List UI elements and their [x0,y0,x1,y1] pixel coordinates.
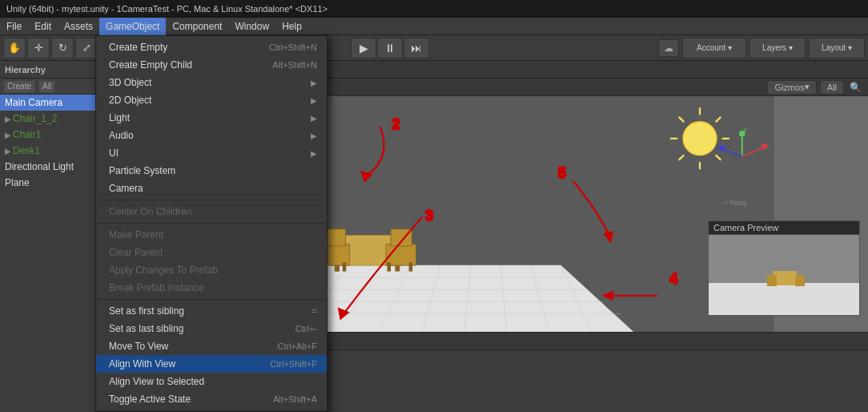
account-btn[interactable]: Account ▾ [682,38,746,59]
menu-move-to-view[interactable]: Move To View Ctrl+Alt+F [96,337,327,355]
menu-clear-parent[interactable]: Clear Parent [96,244,327,261]
cloud-button[interactable]: ☁ [658,39,679,57]
menu-break-prefab[interactable]: Break Prefab Instance [96,279,327,297]
svg-line-37 [679,156,683,160]
svg-text:3: 3 [425,208,433,224]
svg-rect-25 [386,244,416,265]
play-button[interactable]: ▶ [351,38,376,59]
gizmos-btn[interactable]: Gizmos ▾ [767,80,816,95]
svg-point-45 [719,145,725,151]
menu-particle-system[interactable]: Particle System [96,162,327,180]
svg-text:5: 5 [558,165,566,181]
svg-text:< Persp: < Persp [724,199,747,207]
scene-all-btn[interactable]: All [820,80,844,95]
hierarchy-item-plane[interactable]: Plane [0,175,104,191]
menu-camera[interactable]: Camera [96,180,327,197]
rotate-tool-btn[interactable]: ↻ [51,38,74,59]
svg-line-44 [724,149,742,156]
hierarchy-item-desk1[interactable]: ▶ Desk1 [0,143,104,159]
hierarchy-all-btn[interactable]: All [38,80,55,93]
camera-preview-title: Camera Preview [709,221,859,235]
camera-preview: Camera Preview [708,220,860,316]
svg-line-9 [500,265,507,332]
hierarchy-item-directional-light[interactable]: Directional Light [0,159,104,175]
svg-text:Y: Y [743,127,747,134]
svg-line-8 [464,265,471,332]
hierarchy-item-chair1[interactable]: ▶ Chair1 [0,127,104,143]
menu-3d-object[interactable]: 3D Object ▶ [96,74,327,91]
svg-text:2: 2 [392,116,400,132]
menu-apply-changes-prefab[interactable]: Apply Changes To Prefab [96,261,327,279]
svg-line-6 [380,265,410,332]
svg-marker-60 [709,283,859,315]
svg-rect-20 [335,260,340,272]
svg-line-10 [531,265,549,332]
svg-marker-52 [339,309,348,318]
svg-text:4: 4 [669,271,677,287]
menu-create-empty-child[interactable]: Create Empty Child Alt+Shift+N [96,56,327,74]
move-tool-btn[interactable]: ✛ [27,38,50,59]
svg-line-41 [742,147,763,156]
svg-rect-24 [343,262,347,271]
pause-button[interactable]: ⏸ [377,38,403,59]
menu-bar: File Edit Assets GameObject Component Wi… [0,18,868,35]
menu-help[interactable]: Help [275,18,308,35]
hierarchy-panel: Hierarchy Create All Main Camera ▶ Chair… [0,61,105,412]
svg-marker-50 [362,172,371,180]
menu-align-view-to-selected[interactable]: Align View to Selected [96,373,327,390]
playback-controls: ▶ ⏸ ⏭ [351,38,429,59]
svg-rect-27 [387,262,391,271]
hierarchy-item-chair12[interactable]: ▶ Chair_1_2 [0,111,104,127]
search-scene-btn[interactable]: 🔍 [847,80,863,95]
hierarchy-toolbar: Create All [0,79,104,95]
title-bar: Unity (64bit) - mytest.unity - 1CameraTe… [0,0,868,18]
hierarchy-create-btn[interactable]: Create [3,80,35,93]
svg-line-5 [338,265,380,332]
hand-tool-btn[interactable]: ✋ [3,38,26,59]
menu-window[interactable]: Window [228,18,275,35]
svg-line-34 [679,117,683,121]
menu-file[interactable]: File [0,18,28,35]
svg-rect-62 [767,275,777,286]
svg-point-29 [683,122,717,156]
svg-rect-19 [395,260,400,272]
svg-rect-18 [335,260,340,272]
menu-gameobject[interactable]: GameObject [99,18,166,35]
menu-create-empty[interactable]: Create Empty Ctrl+Shift+N [96,38,327,56]
scale-tool-btn[interactable]: ⤢ [75,38,98,59]
svg-point-42 [762,143,768,150]
camera-preview-viewport [709,235,859,315]
menu-center-on-children[interactable]: Center On Children [96,203,327,220]
svg-rect-17 [332,235,404,265]
hierarchy-item-main-camera[interactable]: Main Camera [0,95,104,111]
menu-section-create: Create Empty Ctrl+Shift+N Create Empty C… [96,36,327,200]
svg-line-7 [422,265,440,332]
svg-rect-22 [324,229,345,246]
menu-set-last-sibling[interactable]: Set as last sibling Ctrl+- [96,320,327,337]
menu-set-first-sibling[interactable]: Set as first sibling = [96,302,327,320]
menu-align-with-view[interactable]: Align With View Ctrl+Shift+F [96,355,327,373]
menu-make-parent[interactable]: Make Parent [96,226,327,244]
menu-toggle-active-state[interactable]: Toggle Active State Alt+Shift+A [96,390,327,408]
menu-2d-object[interactable]: 2D Object ▶ [96,91,327,109]
camera-preview-svg [709,235,859,315]
step-button[interactable]: ⏭ [404,38,429,59]
svg-line-35 [716,156,720,160]
layout-btn[interactable]: Layout ▾ [809,38,865,59]
svg-text:Z: Z [715,143,719,151]
svg-rect-26 [391,229,412,246]
menu-assets[interactable]: Assets [58,18,99,35]
layers-btn[interactable]: Layers ▾ [749,38,806,59]
gameobject-dropdown: Create Empty Ctrl+Shift+N Create Empty C… [95,35,328,412]
menu-light[interactable]: Light ▶ [96,109,327,127]
menu-edit[interactable]: Edit [28,18,58,35]
svg-point-39 [739,131,745,137]
menu-section-view: Set as first sibling = Set as last sibli… [96,300,327,411]
svg-line-36 [716,117,720,121]
toolbar-right: ☁ Account ▾ Layers ▾ Layout ▾ [658,38,865,59]
menu-section-center: Center On Children [96,200,327,224]
menu-ui[interactable]: UI ▶ [96,144,327,162]
svg-text:X: X [765,143,769,150]
menu-component[interactable]: Component [166,18,228,35]
menu-audio[interactable]: Audio ▶ [96,127,327,144]
